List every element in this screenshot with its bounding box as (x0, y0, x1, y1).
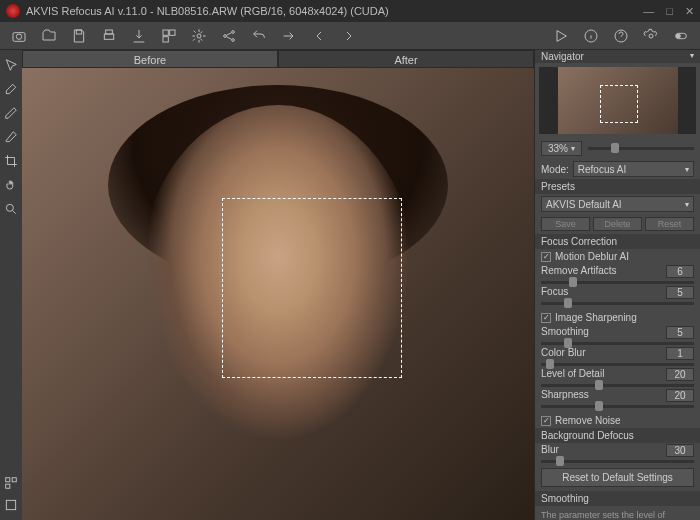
reset-preset-button[interactable]: Reset (645, 217, 694, 231)
delete-preset-button[interactable]: Delete (593, 217, 642, 231)
blur-slider[interactable] (541, 460, 694, 463)
app-logo (6, 4, 20, 18)
svg-rect-5 (163, 30, 168, 35)
smoothing-slider[interactable] (541, 342, 694, 345)
single-view-icon[interactable] (2, 496, 20, 514)
blur-value[interactable]: 30 (666, 444, 694, 457)
svg-point-10 (232, 30, 235, 33)
sharpness-value[interactable]: 20 (666, 389, 694, 402)
pointer-tool[interactable] (2, 56, 20, 74)
svg-point-1 (16, 34, 21, 39)
hand-tool[interactable] (2, 176, 20, 194)
tab-before[interactable]: Before (22, 50, 278, 68)
crop-tool[interactable] (2, 152, 20, 170)
focus-label: Focus (541, 286, 568, 299)
detail-slider[interactable] (541, 384, 694, 387)
svg-rect-7 (163, 36, 168, 41)
bg-defocus-label: Background Defocus (535, 428, 700, 443)
zoom-dropdown[interactable]: 33%▾ (541, 141, 582, 156)
artifacts-slider[interactable] (541, 281, 694, 284)
svg-rect-2 (76, 30, 81, 34)
svg-rect-21 (6, 500, 15, 509)
sharpness-label: Sharpness (541, 389, 589, 402)
pencil-tool[interactable] (2, 104, 20, 122)
close-button[interactable]: ✕ (685, 5, 694, 18)
toolbar (0, 22, 700, 50)
grid-view-icon[interactable] (2, 474, 20, 492)
mode-dropdown[interactable]: Refocus AI▾ (573, 161, 694, 177)
detail-value[interactable]: 20 (666, 368, 694, 381)
focus-slider[interactable] (541, 302, 694, 305)
open-icon[interactable] (38, 26, 60, 46)
window-title: AKVIS Refocus AI v.11.0 - NLB08516.ARW (… (26, 5, 389, 17)
image-canvas[interactable] (22, 68, 534, 520)
detail-label: Level of Detail (541, 368, 604, 381)
svg-rect-6 (170, 30, 175, 35)
zoom-slider[interactable] (588, 147, 694, 150)
minimize-button[interactable]: — (643, 5, 654, 18)
presets-label: Presets (535, 179, 700, 194)
titlebar: AKVIS Refocus AI v.11.0 - NLB08516.ARW (… (0, 0, 700, 22)
undo-icon[interactable] (248, 26, 270, 46)
motion-deblur-checkbox[interactable]: ✓ (541, 252, 551, 262)
svg-rect-20 (6, 484, 10, 488)
back-arrow-icon[interactable] (308, 26, 330, 46)
svg-point-11 (232, 38, 235, 41)
colorblur-value[interactable]: 1 (666, 347, 694, 360)
zoom-tool[interactable] (2, 200, 20, 218)
svg-rect-19 (12, 478, 16, 482)
reset-defaults-button[interactable]: Reset to Default Settings (541, 468, 694, 487)
navigator-label: Navigator (541, 51, 584, 62)
svg-rect-3 (104, 34, 113, 39)
svg-point-8 (197, 34, 201, 38)
export-icon[interactable] (128, 26, 150, 46)
svg-point-17 (6, 204, 13, 211)
colorblur-slider[interactable] (541, 363, 694, 366)
brush-tool[interactable] (2, 80, 20, 98)
focus-value[interactable]: 5 (666, 286, 694, 299)
tool-palette (0, 50, 22, 520)
svg-point-14 (649, 34, 653, 38)
settings-icon[interactable] (640, 26, 662, 46)
sharpness-slider[interactable] (541, 405, 694, 408)
maximize-button[interactable]: □ (666, 5, 673, 18)
run-icon[interactable] (550, 26, 572, 46)
batch-icon[interactable] (158, 26, 180, 46)
preset-dropdown[interactable]: AKVIS Default AI▾ (541, 196, 694, 212)
blur-label: Blur (541, 444, 559, 457)
tab-after[interactable]: After (278, 50, 534, 68)
svg-rect-18 (6, 478, 10, 482)
toggle-icon[interactable] (670, 26, 692, 46)
svg-point-16 (676, 34, 680, 38)
artifacts-value[interactable]: 6 (666, 265, 694, 278)
mode-label: Mode: (541, 164, 569, 175)
noise-checkbox[interactable]: ✓ (541, 416, 551, 426)
sharpening-checkbox[interactable]: ✓ (541, 313, 551, 323)
focus-correction-label: Focus Correction (535, 234, 700, 249)
share-icon[interactable] (218, 26, 240, 46)
eraser-tool[interactable] (2, 128, 20, 146)
help-title: Smoothing (535, 491, 700, 506)
smoothing-value[interactable]: 5 (666, 326, 694, 339)
gear-icon[interactable] (188, 26, 210, 46)
right-panel: Navigator▾ 33%▾ Mode:Refocus AI▾ Presets… (534, 50, 700, 520)
navigator-thumbnail[interactable] (539, 67, 696, 134)
print-icon[interactable] (98, 26, 120, 46)
svg-rect-4 (106, 30, 113, 34)
save-icon[interactable] (68, 26, 90, 46)
help-icon[interactable] (610, 26, 632, 46)
artifacts-label: Remove Artifacts (541, 265, 617, 278)
help-text: The parameter sets the level of smoothne… (535, 506, 700, 520)
forward-arrow-icon[interactable] (338, 26, 360, 46)
svg-point-9 (224, 34, 227, 37)
save-preset-button[interactable]: Save (541, 217, 590, 231)
apply-icon[interactable] (278, 26, 300, 46)
collapse-icon[interactable]: ▾ (690, 51, 694, 62)
info-icon[interactable] (580, 26, 602, 46)
camera-icon[interactable] (8, 26, 30, 46)
